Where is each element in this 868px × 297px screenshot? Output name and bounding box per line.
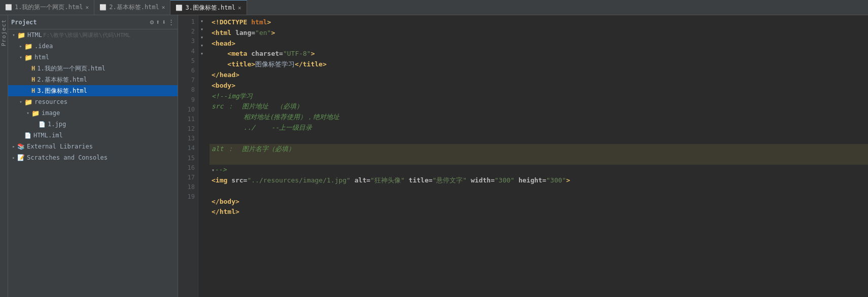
- tree-item-.idea[interactable]: ▸ 📁 .idea: [8, 41, 178, 52]
- folder-icon: 📁: [24, 98, 32, 106]
- tab-close2[interactable]: ✕: [162, 4, 165, 11]
- tree-item-external-libraries[interactable]: ▸ 📚 External Libraries: [8, 141, 178, 152]
- code-line[interactable]: [210, 154, 868, 165]
- code-line[interactable]: </head>: [210, 70, 868, 81]
- line-number: 19: [178, 192, 195, 202]
- fold-marker[interactable]: ▾: [198, 33, 205, 42]
- tree-item-resources[interactable]: ▾ 📁 resources: [8, 96, 178, 107]
- tree-item-label: 2.基本标签.html: [37, 76, 87, 84]
- tab-file1[interactable]: ⬜ 1.我的第一个网页.html ✕: [0, 0, 94, 15]
- line-number: 5: [178, 56, 195, 66]
- tree-item-2.基本标签.html[interactable]: H 2.基本标签.html: [8, 74, 178, 85]
- tab-label2: 2.基本标签.html: [109, 3, 159, 12]
- tree-item-label: External Libraries: [27, 143, 93, 150]
- code-line[interactable]: alt ： 图片名字（必填）: [210, 144, 868, 155]
- tab-file2[interactable]: ⬜ 2.基本标签.html ✕: [94, 0, 170, 15]
- code-line[interactable]: [210, 186, 868, 197]
- line-number: 17: [178, 173, 195, 182]
- tab-icon3: ⬜: [176, 5, 183, 11]
- tree-item-label: resources: [34, 98, 67, 105]
- fold-marker[interactable]: ▾: [198, 17, 205, 25]
- code-line[interactable]: <!--img学习: [210, 91, 868, 102]
- folder-icon: 📁: [24, 54, 32, 61]
- line-number: 8: [178, 85, 195, 95]
- tree-item-scratches-and-consoles[interactable]: ▸ 📝 Scratches and Consoles: [8, 152, 178, 163]
- code-line[interactable]: <img src="../resources/image/1.jpg" alt=…: [210, 175, 868, 186]
- tab-icon2: ⬜: [99, 4, 107, 11]
- tree-item-image[interactable]: ▾ 📁 image: [8, 107, 178, 119]
- code-line[interactable]: <title>图像标签学习</title>: [210, 59, 868, 70]
- sidebar-header: Project ⚙ ⬆ ⬇ ⋮: [8, 15, 178, 29]
- left-strip: Project: [0, 15, 8, 297]
- line-number: 11: [178, 115, 195, 124]
- file-icon: 📄: [39, 121, 46, 128]
- tree-arrow: ▸: [10, 144, 17, 149]
- code-line[interactable]: ../ --上一级目录: [210, 123, 868, 133]
- tree-arrow: ▸: [10, 155, 17, 160]
- tree-item-label: 1.我的第一个网页.html: [37, 64, 106, 73]
- code-line[interactable]: <html lang="en">: [210, 28, 868, 39]
- tree-item-label: 1.jpg: [48, 121, 66, 128]
- tree-arrow: ▾: [17, 99, 24, 104]
- fold-marker[interactable]: ▾: [198, 50, 205, 58]
- tab-close3[interactable]: ✕: [238, 5, 241, 11]
- sidebar-icon-up[interactable]: ⬆: [156, 18, 160, 26]
- code-line[interactable]: <meta charset="UTF-8">: [210, 49, 868, 59]
- tree-item-1.jpg[interactable]: 📄 1.jpg: [8, 119, 178, 130]
- tab-label1: 1.我的第一个网页.html: [15, 3, 83, 12]
- tree-item-label: 3.图像标签.html: [37, 87, 87, 95]
- tree-item-3.图像标签.html[interactable]: H 3.图像标签.html: [8, 85, 178, 96]
- line-numbers: 12345678910111213141516171819: [178, 15, 198, 297]
- line-number: 18: [178, 182, 195, 192]
- tree-arrow: ▾: [17, 55, 24, 60]
- code-line[interactable]: [210, 133, 868, 144]
- line-number: 9: [178, 95, 195, 105]
- tab-bar: ⬜ 1.我的第一个网页.html ✕ ⬜ 2.基本标签.html ✕ ⬜ 3.图…: [0, 0, 868, 15]
- tree-item-label: html: [34, 54, 49, 61]
- tree-item-html[interactable]: ▾ 📁 HTML F:\教学\班级\网课班\代码\HTML: [8, 29, 178, 41]
- tree-item-label: HTML.iml: [33, 132, 63, 139]
- tab-close1[interactable]: ✕: [86, 4, 89, 11]
- sidebar-icon-settings[interactable]: ⚙: [150, 18, 154, 26]
- folder-icon: 📁: [17, 31, 25, 39]
- line-number: 2: [178, 27, 195, 36]
- tree-item-suffix: F:\教学\班级\网课班\代码\HTML: [43, 31, 130, 39]
- sidebar-icon-more[interactable]: ⋮: [168, 18, 175, 26]
- fold-gutter: ▾▾▾▾▾: [198, 15, 205, 297]
- code-line[interactable]: <head>: [210, 39, 868, 49]
- tree-item-1.我的第一个网页.html[interactable]: H 1.我的第一个网页.html: [8, 63, 178, 74]
- code-line[interactable]: <body>: [210, 81, 868, 91]
- fold-marker[interactable]: ▾: [198, 42, 205, 50]
- folder-icon: 📁: [31, 109, 40, 117]
- code-line[interactable]: <!DOCTYPE html>: [210, 17, 868, 28]
- sidebar-header-icons: ⚙ ⬆ ⬇ ⋮: [150, 18, 175, 26]
- code-line[interactable]: </body>: [210, 197, 868, 207]
- html-file-icon: H: [31, 87, 35, 94]
- sidebar-icon-down[interactable]: ⬇: [162, 18, 166, 26]
- scratch-icon: 📝: [17, 154, 25, 161]
- tree-item-html[interactable]: ▾ 📁 html: [8, 52, 178, 63]
- fold-marker[interactable]: ▾: [198, 25, 205, 33]
- sidebar: Project ⚙ ⬆ ⬇ ⋮ ▾ 📁 HTML F:\教学\班级\网课班\代码…: [8, 15, 178, 297]
- folder-icon: 📁: [24, 43, 32, 50]
- html-file-icon: H: [31, 76, 35, 83]
- project-vertical-label: Project: [1, 19, 7, 46]
- line-number: 1: [178, 17, 195, 27]
- code-line[interactable]: src ： 图片地址 （必填）: [210, 101, 868, 112]
- line-number: 13: [178, 134, 195, 143]
- line-number: 16: [178, 163, 195, 173]
- tree-item-label: Scratches and Consoles: [27, 154, 108, 161]
- line-number: 4: [178, 47, 195, 56]
- tree-arrow: ▾: [24, 110, 31, 116]
- code-content[interactable]: <!DOCTYPE html><html lang="en"><head> <m…: [205, 15, 868, 297]
- line-number: 12: [178, 124, 195, 134]
- code-line[interactable]: 相对地址(推荐使用），绝对地址: [210, 112, 868, 123]
- code-editor: 12345678910111213141516171819 ▾▾▾▾▾ <!DO…: [178, 15, 868, 297]
- tree-arrow: ▸: [17, 44, 24, 49]
- code-line[interactable]: </html>: [210, 207, 868, 217]
- line-number: 10: [178, 105, 195, 115]
- tab-file3[interactable]: ⬜ 3.图像标签.html ✕: [170, 0, 247, 15]
- tree-item-html.iml[interactable]: 📄 HTML.iml: [8, 130, 178, 141]
- lib-icon: 📚: [17, 143, 25, 150]
- code-line[interactable]: ▾-->: [210, 165, 868, 175]
